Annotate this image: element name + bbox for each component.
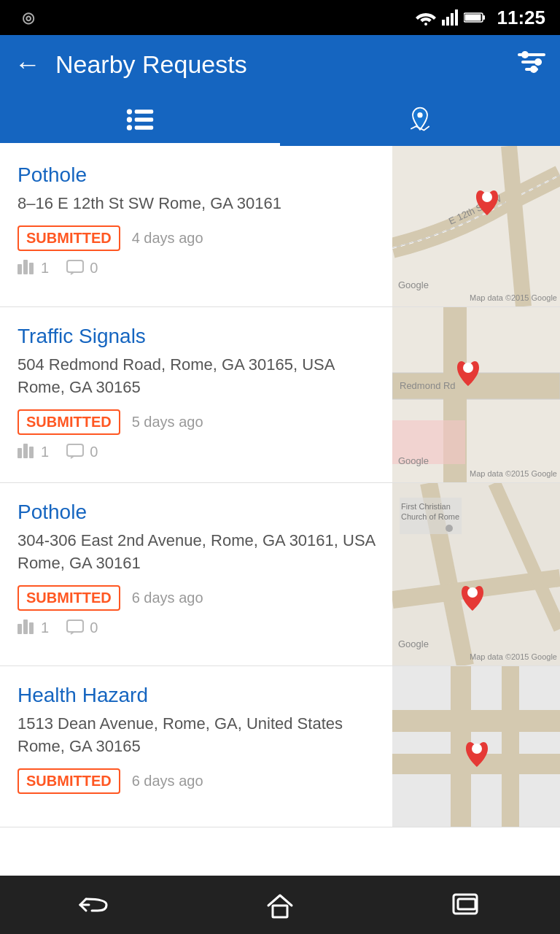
back-button[interactable]: ←: [15, 49, 41, 80]
comment-count-3: 0: [66, 620, 98, 636]
status-badge-1: SUBMITTED: [18, 225, 120, 251]
svg-point-12: [534, 58, 542, 66]
svg-rect-57: [458, 899, 475, 909]
location-icon: ◎: [22, 9, 34, 26]
svg-rect-6: [483, 15, 485, 20]
clock: 11:25: [497, 7, 546, 29]
comment-icon: [66, 260, 84, 276]
map-svg-4: [392, 666, 560, 827]
map-data-3: Map data ©2015 Google: [470, 652, 557, 661]
app-bar: ← Nearby Requests: [0, 35, 560, 93]
battery-icon: [464, 12, 486, 23]
time-ago-4: 6 days ago: [132, 773, 203, 790]
svg-rect-29: [23, 444, 28, 458]
svg-rect-22: [23, 260, 28, 274]
home-nav-button[interactable]: [251, 883, 309, 927]
request-address-1: 8–16 E 12th St SW Rome, GA 30161: [18, 193, 378, 215]
request-status-row-1: SUBMITTED 4 days ago: [18, 225, 378, 251]
svg-point-48: [467, 587, 478, 598]
bottom-nav: [0, 876, 560, 934]
request-status-row-4: SUBMITTED 6 days ago: [18, 768, 378, 794]
map-thumb-1[interactable]: E 12th St SW Google Map data ©2015 Googl…: [392, 146, 560, 306]
svg-rect-24: [67, 260, 83, 272]
filter-button[interactable]: [518, 51, 545, 78]
svg-text:Redmond Rd: Redmond Rd: [400, 380, 456, 391]
request-status-row-2: SUBMITTED 5 days ago: [18, 409, 378, 435]
vote-count-3: 1: [18, 620, 49, 636]
svg-rect-19: [135, 126, 153, 129]
request-type-3: Pothole: [18, 501, 378, 524]
svg-point-13: [530, 66, 537, 73]
svg-point-0: [424, 23, 427, 26]
tab-map[interactable]: [280, 93, 560, 146]
page-title: Nearby Requests: [55, 50, 503, 79]
request-info-3: Pothole 304-306 East 2nd Avenue, Rome, G…: [0, 483, 392, 665]
svg-rect-21: [18, 264, 22, 274]
svg-rect-1: [442, 20, 445, 26]
tab-list[interactable]: [0, 93, 280, 146]
svg-point-14: [127, 109, 132, 114]
request-info-1: Pothole 8–16 E 12th St SW Rome, GA 30161…: [0, 146, 392, 306]
request-item[interactable]: Pothole 8–16 E 12th St SW Rome, GA 30161…: [0, 146, 560, 307]
recent-nav-button[interactable]: [438, 883, 496, 927]
status-badge-2: SUBMITTED: [18, 409, 120, 435]
vote-icon: [18, 260, 35, 276]
request-address-3: 304-306 East 2nd Avenue, Rome, GA 30161,…: [18, 530, 378, 575]
vote-icon-3: [18, 620, 35, 636]
svg-rect-50: [392, 710, 560, 732]
comment-icon-3: [66, 620, 84, 636]
map-data-1: Map data ©2015 Google: [470, 293, 557, 302]
svg-point-27: [482, 192, 492, 202]
request-item-2[interactable]: Traffic Signals 504 Redmond Road, Rome, …: [0, 307, 560, 483]
svg-rect-4: [455, 9, 458, 26]
tab-bar: [0, 93, 560, 146]
time-ago-2: 5 days ago: [132, 414, 203, 431]
status-badge-4: SUBMITTED: [18, 768, 120, 794]
request-item-3[interactable]: Pothole 304-306 East 2nd Avenue, Rome, G…: [0, 483, 560, 666]
wifi-icon: [416, 9, 436, 26]
request-status-row-3: SUBMITTED 6 days ago: [18, 585, 378, 611]
svg-point-20: [417, 112, 422, 117]
map-thumb-3[interactable]: First Christian Church of Rome Google Ma…: [392, 483, 560, 665]
status-bar: ◎ 11:25: [0, 0, 560, 35]
map-thumb-4[interactable]: [392, 666, 560, 827]
svg-text:First Christian: First Christian: [401, 502, 451, 511]
google-label-1: Google: [398, 279, 429, 290]
request-counts-2: 1 0: [18, 444, 378, 460]
svg-rect-53: [502, 666, 519, 827]
request-counts-3: 1 0: [18, 620, 378, 636]
svg-rect-42: [67, 620, 83, 632]
status-badge-3: SUBMITTED: [18, 585, 120, 611]
request-type-2: Traffic Signals: [18, 325, 378, 348]
time-ago-1: 4 days ago: [132, 230, 203, 247]
back-nav-button[interactable]: [64, 883, 122, 927]
svg-rect-39: [18, 624, 22, 634]
vote-count-1: 1: [18, 260, 49, 277]
svg-point-18: [127, 125, 132, 130]
vote-icon-2: [18, 444, 35, 460]
svg-rect-55: [273, 906, 287, 917]
svg-rect-2: [446, 17, 449, 26]
request-info-4: Health Hazard 1513 Dean Avenue, Rome, GA…: [0, 666, 392, 827]
svg-rect-3: [451, 13, 454, 26]
signal-icon: [442, 9, 458, 26]
comment-icon-2: [66, 444, 84, 460]
map-data-2: Map data ©2015 Google: [470, 469, 557, 478]
request-address-4: 1513 Dean Avenue, Rome, GA, United State…: [18, 713, 378, 758]
request-item-4[interactable]: Health Hazard 1513 Dean Avenue, Rome, GA…: [0, 666, 560, 827]
vote-count-2: 1: [18, 444, 49, 460]
request-address-2: 504 Redmond Road, Rome, GA 30165, USA Ro…: [18, 354, 378, 399]
comment-count-1: 0: [66, 260, 98, 277]
svg-rect-28: [18, 448, 22, 458]
request-info-2: Traffic Signals 504 Redmond Road, Rome, …: [0, 307, 392, 482]
request-type-4: Health Hazard: [18, 684, 378, 707]
svg-point-47: [446, 525, 453, 532]
comment-count-2: 0: [66, 444, 98, 460]
svg-text:Church of Rome: Church of Rome: [401, 512, 459, 521]
map-thumb-2[interactable]: Redmond Rd Google Map data ©2015 Google: [392, 307, 560, 482]
svg-point-54: [472, 744, 482, 754]
svg-point-11: [521, 51, 529, 58]
requests-list: Pothole 8–16 E 12th St SW Rome, GA 30161…: [0, 146, 560, 886]
svg-rect-15: [135, 109, 153, 113]
svg-rect-31: [67, 444, 83, 456]
